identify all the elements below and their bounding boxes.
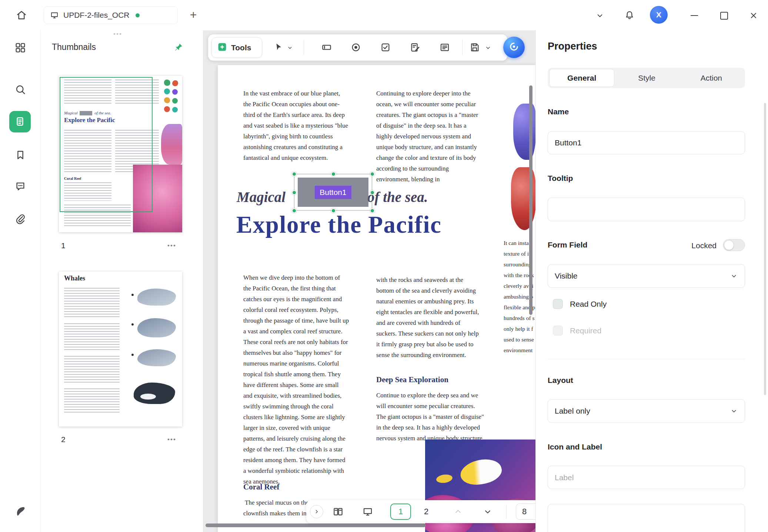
icon-preview-box[interactable] xyxy=(548,504,745,532)
thumb2-heading: Whales xyxy=(64,275,85,282)
page-down-button[interactable] xyxy=(482,506,493,517)
visibility-value: Visible xyxy=(555,272,577,280)
selection-handle[interactable] xyxy=(370,172,375,176)
save-icon xyxy=(469,42,480,53)
search-button[interactable] xyxy=(14,84,26,95)
page-up-button[interactable] xyxy=(453,506,463,517)
page-box-next[interactable]: 2 xyxy=(417,504,435,520)
home-button[interactable] xyxy=(13,7,30,23)
visibility-dropdown[interactable]: Visible xyxy=(548,264,745,288)
horizontal-scrollbar-thumb[interactable] xyxy=(206,523,426,527)
checkbox-tool-button[interactable] xyxy=(378,40,393,55)
vertical-scrollbar-thumb[interactable] xyxy=(529,85,532,315)
required-checkbox[interactable] xyxy=(553,326,563,336)
pdf-paragraph: The special mucus on the xyxy=(245,497,309,508)
chevron-down-icon xyxy=(730,407,738,415)
expand-nav-button[interactable] xyxy=(310,505,323,518)
selection-handle[interactable] xyxy=(292,172,297,176)
thumbnails-panel: ••• Thumbnails Magical of the xyxy=(41,30,203,532)
thumbnails-panel-button[interactable] xyxy=(9,111,31,132)
tab-action[interactable]: Action xyxy=(679,69,744,87)
locked-toggle[interactable] xyxy=(723,239,745,251)
pin-panel-button[interactable] xyxy=(171,41,186,55)
page-2-menu-button[interactable]: ••• xyxy=(167,436,176,443)
text-field-tool-button[interactable] xyxy=(319,40,334,55)
tab-title: UPDF-2-files_OCR xyxy=(63,11,130,20)
thumbnail-page-1[interactable]: Magical of the sea. Explore the Pacific … xyxy=(59,76,182,232)
tooltip-label: Tooltip xyxy=(548,174,573,183)
thumbnail-page-2[interactable]: Whales xyxy=(59,272,182,427)
thumb1-italic-heading: Magical of the sea. xyxy=(64,111,111,115)
button1-form-field-selection[interactable]: Button1 xyxy=(294,174,372,211)
panel-drag-handle[interactable]: ••• xyxy=(113,30,122,38)
page-number-2: 2 xyxy=(61,435,66,444)
select-tool-button[interactable] xyxy=(269,40,298,55)
avatar[interactable]: X xyxy=(650,6,668,24)
save-button[interactable] xyxy=(467,40,482,55)
layout-dropdown[interactable]: Label only xyxy=(548,399,745,423)
maximize-icon xyxy=(720,12,728,20)
comments-button[interactable] xyxy=(14,181,26,192)
attachments-button[interactable] xyxy=(14,213,26,225)
selection-handle[interactable] xyxy=(292,190,297,195)
page-1-menu-button[interactable]: ••• xyxy=(167,242,176,249)
small-fish-image xyxy=(436,474,453,484)
thumb1-textlines xyxy=(64,205,131,227)
selection-handle[interactable] xyxy=(370,208,375,213)
toolbar-collapse-button[interactable] xyxy=(593,9,607,22)
zoom-box-partial[interactable]: 8 xyxy=(516,504,535,520)
thumb1-textlines xyxy=(64,130,111,174)
save-menu-button[interactable] xyxy=(484,44,492,51)
titlebar: UPDF-2-files_OCR + X xyxy=(0,0,768,30)
panel-scrollbar-thumb[interactable] xyxy=(764,103,766,395)
signature-field-tool-button[interactable] xyxy=(408,40,423,55)
bookmarks-button[interactable] xyxy=(14,149,26,161)
list-box-tool-button[interactable] xyxy=(437,40,452,55)
tools-button[interactable]: Tools xyxy=(211,37,262,58)
new-tab-button[interactable]: + xyxy=(185,7,201,23)
pdf-paragraph: In the vast embrace of our blue planet, … xyxy=(243,88,349,163)
editor-toolbar: Tools xyxy=(208,34,507,61)
read-only-label: Read Only xyxy=(570,300,607,309)
properties-panel: Properties General Style Action Name Too… xyxy=(535,30,768,532)
tab-general[interactable]: General xyxy=(549,69,614,87)
maximize-button[interactable] xyxy=(717,8,731,23)
button1-field-face[interactable]: Button1 xyxy=(298,178,368,207)
thumb1-button-field xyxy=(80,111,92,115)
pdf-page: In the vast embrace of our blue planet, … xyxy=(218,65,535,532)
radio-button-tool-button[interactable] xyxy=(348,40,363,55)
pdf-subheading-coral-reef: Coral Reef xyxy=(243,482,279,492)
screen-view-button[interactable] xyxy=(360,506,375,518)
two-page-view-button[interactable] xyxy=(331,506,345,518)
ai-assistant-button[interactable] xyxy=(503,37,525,58)
chevron-down-icon xyxy=(482,506,493,517)
selection-handle[interactable] xyxy=(331,208,336,213)
thumb1-textlines xyxy=(64,80,111,104)
document-tab[interactable]: UPDF-2-files_OCR xyxy=(44,6,178,24)
label-input[interactable] xyxy=(548,466,745,489)
selection-handle[interactable] xyxy=(331,172,336,176)
pdf-italic-heading-left: Magical xyxy=(237,189,286,205)
avatar-initial: X xyxy=(656,10,661,19)
page-navigation-bar: 1 2 8 xyxy=(306,500,535,523)
thumb2-textlines xyxy=(64,288,120,319)
selection-handle[interactable] xyxy=(292,208,297,213)
minimize-button[interactable] xyxy=(687,8,702,23)
close-button[interactable] xyxy=(746,8,761,23)
read-only-checkbox[interactable] xyxy=(553,299,563,309)
tooltip-input[interactable] xyxy=(548,198,745,221)
comment-icon xyxy=(14,181,26,192)
monitor-icon xyxy=(50,11,59,20)
home-icon xyxy=(16,9,27,21)
selection-handle[interactable] xyxy=(370,190,375,195)
apps-button[interactable] xyxy=(14,42,26,54)
tab-style[interactable]: Style xyxy=(614,69,679,87)
notifications-button[interactable] xyxy=(623,9,636,22)
page-box-current[interactable]: 1 xyxy=(390,504,411,520)
checkbox-icon xyxy=(380,42,391,53)
chevron-down-icon xyxy=(287,44,293,51)
name-input[interactable] xyxy=(548,131,745,154)
minimize-icon xyxy=(691,15,698,16)
properties-tabs: General Style Action xyxy=(548,68,745,88)
app-logo[interactable] xyxy=(14,505,27,519)
